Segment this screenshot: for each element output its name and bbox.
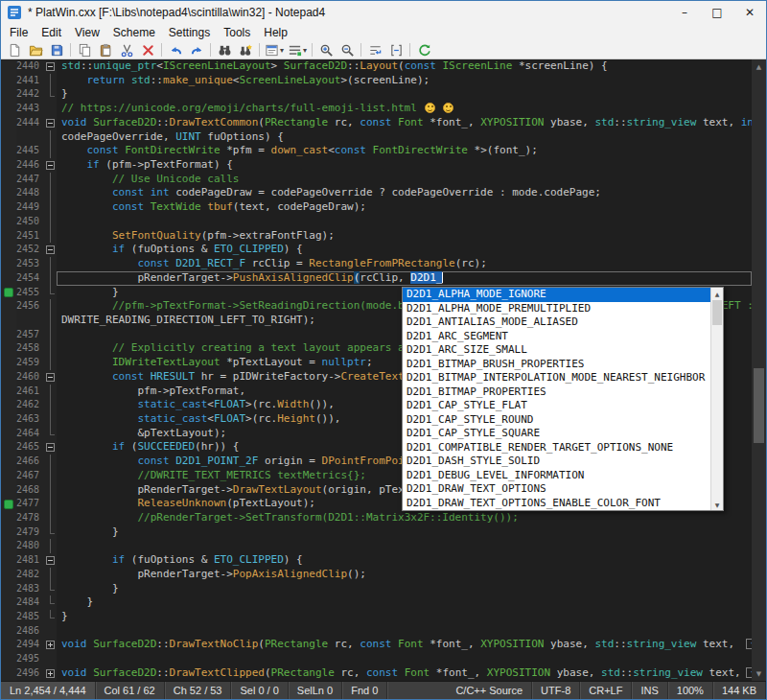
fold-margin[interactable]: [44, 398, 57, 412]
menu-settings[interactable]: Settings: [162, 25, 217, 40]
status-selected-lines[interactable]: SelLn 0: [289, 682, 342, 699]
editor[interactable]: 2440std::unique_ptr<IScreenLineLayout> S…: [1, 59, 766, 681]
status-scheme[interactable]: C/C++ Source: [447, 682, 532, 699]
fold-margin[interactable]: [44, 186, 57, 200]
autocomplete-item[interactable]: D2D1_ALPHA_MODE_PREMULTIPLIED: [403, 302, 710, 316]
cut-button[interactable]: [116, 41, 137, 58]
fold-margin[interactable]: [44, 229, 57, 244]
autocomplete-item[interactable]: D2D1_DASH_STYLE_SOLID: [403, 455, 710, 469]
fold-margin[interactable]: [44, 271, 57, 286]
fold-margin[interactable]: [44, 286, 57, 300]
fold-margin[interactable]: [44, 568, 57, 582]
fold-margin[interactable]: [44, 595, 57, 610]
fold-margin[interactable]: [44, 469, 57, 483]
fold-margin[interactable]: [44, 483, 57, 498]
bookmark-margin[interactable]: [1, 144, 16, 158]
bookmark-margin[interactable]: [1, 511, 16, 525]
fold-collapse-icon[interactable]: [46, 62, 55, 71]
autocomplete-item[interactable]: D2D1_BITMAP_BRUSH_PROPERTIES: [403, 358, 710, 372]
status-eol[interactable]: CR+LF: [580, 682, 632, 699]
bookmark-margin[interactable]: [1, 385, 16, 399]
bookmark-margin[interactable]: [1, 370, 16, 385]
bookmark-margin[interactable]: [1, 582, 16, 596]
scroll-down-icon[interactable]: ▼: [752, 666, 766, 681]
autocomplete-item[interactable]: D2D1_CAP_STYLE_SQUARE: [403, 427, 710, 441]
fold-margin[interactable]: [44, 624, 57, 639]
fold-collapse-icon[interactable]: [46, 373, 55, 382]
bookmark-margin[interactable]: [1, 497, 16, 511]
open-file-button[interactable]: [25, 41, 46, 58]
fold-margin[interactable]: [44, 299, 57, 314]
status-column[interactable]: Col 61 / 62: [96, 682, 165, 699]
fold-margin[interactable]: [44, 440, 57, 455]
fold-margin[interactable]: [44, 328, 57, 342]
autocomplete-item[interactable]: D2D1_CAP_STYLE_FLAT: [403, 399, 710, 413]
bookmark-margin[interactable]: [1, 200, 16, 215]
fold-margin[interactable]: [44, 200, 57, 215]
bookmark-margin[interactable]: [1, 539, 16, 553]
code-row[interactable]: 2483 }: [1, 582, 752, 596]
bookmark-margin[interactable]: [1, 440, 16, 455]
bookmark-margin[interactable]: [1, 271, 16, 286]
code-row[interactable]: 2495: [1, 652, 752, 666]
bookmark-margin[interactable]: [1, 243, 16, 257]
outline-button[interactable]: [385, 41, 407, 58]
code-row[interactable]: 2481 if (fuOptions & ETO_CLIPPED) {: [1, 553, 752, 568]
paste-button[interactable]: [95, 41, 116, 58]
bookmark-list-button[interactable]: ▾: [286, 41, 309, 58]
fold-collapse-icon[interactable]: [46, 161, 55, 170]
fold-margin[interactable]: [44, 638, 57, 652]
code-row[interactable]: 2440std::unique_ptr<IScreenLineLayout> S…: [1, 59, 752, 74]
bookmark-margin[interactable]: [1, 341, 16, 356]
autocomplete-item[interactable]: D2D1_BITMAP_INTERPOLATION_MODE_NEAREST_N…: [403, 371, 710, 385]
code-row[interactable]: 2496void SurfaceD2D::DrawTextClipped(PRe…: [1, 666, 752, 681]
bookmark-margin[interactable]: [1, 59, 16, 74]
code-row[interactable]: 2484 }: [1, 595, 752, 610]
fold-margin[interactable]: [44, 173, 57, 187]
code-row[interactable]: 2450: [1, 215, 752, 229]
bookmark-margin[interactable]: [1, 215, 16, 229]
fold-collapse-icon[interactable]: [46, 443, 55, 452]
autocomplete-item[interactable]: D2D1_ARC_SIZE_SMALL: [403, 343, 710, 358]
fold-margin[interactable]: [44, 356, 57, 370]
fold-margin[interactable]: [44, 497, 57, 511]
code-row[interactable]: 2485}: [1, 610, 752, 624]
status-encoding[interactable]: UTF-8: [532, 682, 580, 699]
fold-collapse-icon[interactable]: [46, 556, 55, 565]
fold-margin[interactable]: [44, 385, 57, 399]
code-row[interactable]: 2447 // Use Unicode calls: [1, 173, 752, 187]
copy-button[interactable]: [74, 41, 95, 58]
zoom-out-button[interactable]: [337, 41, 358, 58]
status-character[interactable]: Ch 52 / 53: [165, 682, 232, 699]
autocomplete-scrollbar-thumb[interactable]: [712, 300, 722, 325]
save-file-button[interactable]: [46, 41, 67, 58]
editor-scrollbar-thumb[interactable]: [754, 368, 764, 443]
fold-margin[interactable]: [44, 511, 57, 525]
fold-margin[interactable]: [44, 243, 57, 257]
autocomplete-item[interactable]: D2D1_ANTIALIAS_MODE_ALIASED: [403, 315, 710, 330]
menu-file[interactable]: File: [3, 25, 35, 40]
fold-margin[interactable]: [44, 87, 57, 102]
undo-button[interactable]: [165, 41, 186, 58]
bookmark-margin[interactable]: [1, 455, 16, 469]
fold-margin[interactable]: [44, 427, 57, 441]
bookmark-margin[interactable]: [1, 130, 16, 145]
menu-edit[interactable]: Edit: [35, 25, 68, 40]
word-wrap-button[interactable]: [364, 41, 385, 58]
code-row[interactable]: 2444void SurfaceD2D::DrawTextCommon(PRec…: [1, 116, 752, 130]
autocomplete-item[interactable]: D2D1_CAP_STYLE_ROUND: [403, 413, 710, 428]
bookmark-margin[interactable]: [1, 186, 16, 200]
scheme-select-button[interactable]: ▾: [263, 41, 286, 58]
bookmark-margin[interactable]: [1, 595, 16, 610]
bookmark-margin[interactable]: [1, 116, 16, 130]
bookmark-margin[interactable]: [1, 356, 16, 370]
fold-margin[interactable]: [44, 553, 57, 568]
maximize-button[interactable]: □: [701, 1, 733, 24]
fold-margin[interactable]: [44, 610, 57, 624]
code-row[interactable]: 2441 return std::make_unique<ScreenLineL…: [1, 74, 752, 88]
bookmark-margin[interactable]: [1, 229, 16, 244]
status-find-count[interactable]: Fnd 0: [342, 682, 387, 699]
code-row[interactable]: 2451 SetFontQuality(pfm->extraFontFlag);: [1, 229, 752, 244]
autocomplete-item[interactable]: D2D1_DRAW_TEXT_OPTIONS: [403, 482, 710, 497]
code-row[interactable]: 2478 //pRenderTarget->SetTransform(D2D1:…: [1, 511, 752, 525]
